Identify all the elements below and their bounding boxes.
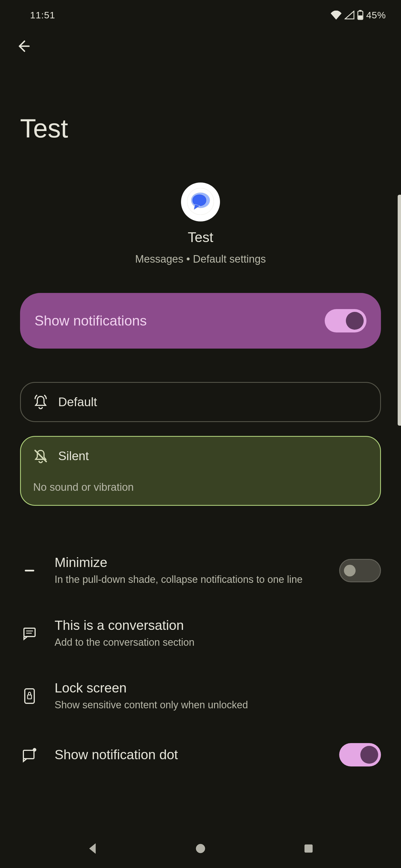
show-notifications-row[interactable]: Show notifications: [20, 293, 381, 349]
battery-pct: 45%: [366, 10, 386, 21]
page-title: Test: [20, 114, 381, 144]
notification-dot-title: Show notification dot: [55, 747, 323, 762]
svg-point-15: [196, 844, 205, 853]
app-subtitle: Messages • Default settings: [135, 253, 266, 265]
bell-off-icon: [33, 448, 48, 464]
behavior-default-label: Default: [58, 395, 97, 409]
show-notifications-label: Show notifications: [34, 313, 147, 329]
setting-minimize[interactable]: Minimize In the pull-down shade, collaps…: [20, 539, 381, 602]
nav-back-button[interactable]: [78, 833, 108, 864]
setting-lock-screen[interactable]: Lock screen Show sensitive content only …: [20, 664, 381, 727]
svg-rect-13: [23, 750, 34, 759]
svg-rect-11: [25, 689, 34, 703]
minimize-toggle[interactable]: [339, 559, 381, 582]
wifi-icon: [331, 10, 342, 20]
toggle-thumb: [360, 746, 378, 764]
behavior-silent-label: Silent: [58, 449, 89, 463]
back-button[interactable]: [12, 36, 34, 58]
lock-screen-sub: Show sensitive content only when unlocke…: [55, 698, 381, 712]
lock-screen-title: Lock screen: [55, 680, 381, 695]
settings-list: Minimize In the pull-down shade, collaps…: [20, 539, 381, 782]
notification-dot-icon: [20, 745, 39, 764]
signal-icon: [344, 10, 354, 20]
toolbar: [0, 30, 401, 63]
notification-dot-toggle[interactable]: [339, 743, 381, 767]
toggle-thumb: [344, 565, 355, 577]
svg-rect-16: [305, 845, 312, 852]
svg-rect-1: [359, 10, 362, 11]
app-name: Test: [188, 229, 213, 245]
notification-channel-settings-screen: 11:51 45%: [0, 0, 401, 868]
arrow-back-icon: [16, 39, 31, 55]
status-right-cluster: 45%: [331, 10, 386, 21]
show-notifications-toggle[interactable]: [325, 309, 367, 333]
nav-home-button[interactable]: [185, 833, 216, 864]
svg-point-5: [192, 194, 207, 207]
lock-screen-icon: [20, 687, 39, 706]
setting-conversation[interactable]: This is a conversation Add to the conver…: [20, 602, 381, 665]
notification-behavior-options: Default Silent No sound or vibration: [20, 382, 381, 506]
page-header: Test: [0, 63, 401, 155]
toggle-thumb: [346, 312, 364, 330]
conversation-icon: [20, 624, 39, 643]
conversation-title: This is a conversation: [55, 618, 381, 633]
app-icon: [181, 183, 220, 221]
status-time: 11:51: [30, 10, 55, 21]
app-identity-block[interactable]: Test Messages • Default settings: [0, 155, 401, 276]
svg-point-14: [33, 748, 36, 751]
minimize-title: Minimize: [55, 555, 323, 570]
messages-app-icon: [187, 188, 214, 216]
behavior-option-silent[interactable]: Silent No sound or vibration: [20, 436, 381, 506]
minimize-icon: [20, 561, 39, 580]
conversation-sub: Add to the conversation section: [55, 636, 381, 649]
status-bar: 11:51 45%: [0, 0, 401, 30]
behavior-silent-sub: No sound or vibration: [33, 481, 134, 493]
battery-icon: [357, 10, 364, 20]
scroll-indicator: [398, 195, 401, 426]
svg-rect-2: [359, 16, 362, 19]
minimize-sub: In the pull-down shade, collapse notific…: [55, 573, 323, 586]
behavior-option-default[interactable]: Default: [20, 382, 381, 422]
svg-rect-12: [28, 695, 31, 699]
svg-rect-8: [24, 628, 35, 637]
setting-notification-dot[interactable]: Show notification dot: [20, 727, 381, 782]
nav-recents-button[interactable]: [293, 833, 324, 864]
system-navigation-bar: [0, 829, 401, 868]
bell-ring-icon: [33, 395, 48, 409]
